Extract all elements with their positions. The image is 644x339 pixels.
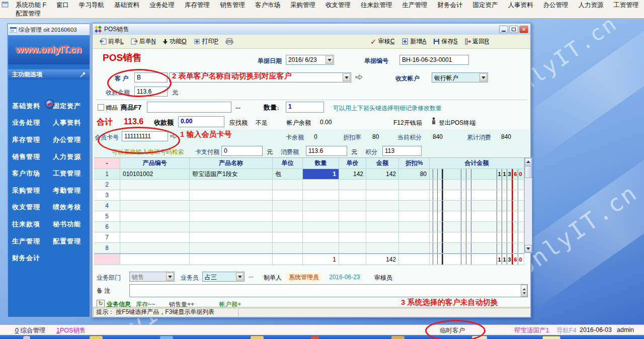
menu-item[interactable]: 财务会计 bbox=[433, 1, 467, 10]
chevron-down-icon[interactable] bbox=[326, 56, 333, 64]
sidebar-item[interactable]: 工资管理 bbox=[49, 165, 90, 182]
doc-no-input[interactable]: BH-16-06-23-0001 bbox=[399, 55, 469, 65]
chevron-down-icon[interactable] bbox=[479, 73, 487, 81]
menu-item[interactable]: 业务处理 bbox=[145, 1, 179, 10]
menu-item[interactable]: 销售管理 bbox=[215, 1, 250, 10]
taskbar-icon[interactable] bbox=[251, 336, 264, 339]
audit-button[interactable]: ✓ 审核C bbox=[370, 37, 394, 46]
sidebar-item[interactable]: 收支管理 bbox=[8, 199, 49, 216]
menu-item[interactable]: 收支管理 bbox=[321, 1, 355, 10]
col-qty[interactable]: 数量 bbox=[303, 158, 339, 169]
taskbar-icon[interactable] bbox=[391, 336, 405, 339]
menu-item[interactable]: 库存管理 bbox=[180, 1, 214, 10]
gift-checkbox[interactable] bbox=[98, 104, 104, 111]
menu-item[interactable]: 基础资料 bbox=[110, 1, 144, 10]
salesman-combo[interactable]: 占三 bbox=[202, 272, 245, 282]
note-input[interactable] bbox=[129, 284, 528, 297]
sidebar-item[interactable]: 秘书功能 bbox=[49, 216, 90, 233]
status-nav[interactable]: 导航F4 bbox=[556, 326, 577, 335]
sidebar-item[interactable]: 固定资产 bbox=[49, 98, 90, 115]
table-row[interactable]: 7 bbox=[94, 232, 524, 243]
note-spinner[interactable] bbox=[521, 285, 527, 297]
sidebar-item[interactable]: 办公管理 bbox=[49, 131, 90, 148]
col-discount[interactable]: 折扣% bbox=[399, 158, 430, 169]
menu-item[interactable]: 办公管理 bbox=[539, 1, 573, 10]
sidebar-item[interactable]: 客户市场 bbox=[8, 165, 49, 182]
table-row[interactable]: 4 bbox=[94, 201, 524, 211]
qty-input[interactable]: 1 bbox=[286, 102, 324, 113]
return-button[interactable]: 返回R bbox=[464, 37, 489, 46]
table-row[interactable]: 2 bbox=[94, 180, 524, 190]
cashbox-label[interactable]: F12开钱箱 bbox=[393, 119, 422, 127]
menu-item[interactable]: 学习导航 bbox=[74, 1, 109, 10]
restore-button[interactable] bbox=[509, 26, 518, 33]
pos-title-bar[interactable]: POS销售 × bbox=[93, 24, 530, 35]
col-total[interactable]: 合计金额 bbox=[430, 158, 524, 169]
status-product[interactable]: 帮宝适国产1 bbox=[514, 326, 549, 335]
table-row[interactable]: 1 010101002 帮宝适国产1段女 包 1 142 142 80 1136… bbox=[94, 169, 524, 180]
menu-item[interactable]: 固定资产 bbox=[468, 1, 503, 10]
table-row[interactable]: 3 bbox=[94, 190, 524, 201]
taskbar-icon[interactable] bbox=[90, 336, 103, 339]
menu-item[interactable]: 采购管理 bbox=[286, 1, 320, 10]
consume-input[interactable]: 113.6 bbox=[306, 146, 347, 156]
menu-item[interactable]: 人力资源 bbox=[574, 1, 608, 10]
minimize-button[interactable] bbox=[499, 26, 508, 33]
sidebar-item[interactable]: 财务会计 bbox=[8, 249, 49, 267]
chevron-down-icon[interactable] bbox=[236, 273, 244, 281]
menu-item[interactable]: 客户市场 bbox=[251, 1, 285, 10]
table-row[interactable]: 5 bbox=[94, 211, 524, 222]
menu-item[interactable]: 生产管理 bbox=[398, 1, 432, 10]
sidebar-item[interactable]: 配置管理 bbox=[49, 233, 90, 250]
table-scrollbar[interactable] bbox=[524, 157, 532, 253]
close-button[interactable]: × bbox=[519, 26, 528, 33]
salesman-browse-button[interactable]: ... bbox=[249, 272, 254, 279]
menu-item[interactable]: 窗口 bbox=[52, 1, 73, 10]
chevron-down-icon[interactable] bbox=[343, 73, 350, 81]
next-doc-button[interactable]: 后单N bbox=[131, 37, 156, 46]
sidebar-item[interactable]: 库存管理 bbox=[8, 131, 49, 148]
sidebar-item[interactable]: 采购管理 bbox=[8, 182, 49, 199]
menu-item[interactable]: 配置管理 bbox=[11, 9, 45, 19]
sidebar-item[interactable]: 往来款项 bbox=[8, 216, 49, 233]
table-row[interactable]: 8 bbox=[94, 243, 524, 253]
selected-cell[interactable]: 1 bbox=[303, 169, 339, 180]
account-combo[interactable]: 银行帐户 bbox=[432, 72, 488, 82]
taskbar-icon[interactable] bbox=[160, 336, 173, 339]
sidebar-item[interactable]: 考勤管理 bbox=[49, 182, 90, 199]
col-rownum[interactable]: - bbox=[94, 158, 120, 169]
taskbar-icon[interactable] bbox=[23, 336, 30, 339]
points2-input[interactable]: 113 bbox=[382, 146, 422, 156]
scroll-up-icon[interactable] bbox=[525, 158, 532, 165]
taskbar[interactable] bbox=[0, 335, 644, 339]
scroll-down-icon[interactable] bbox=[525, 245, 532, 252]
product-input[interactable] bbox=[147, 102, 231, 113]
sidebar-item[interactable]: 销售管理 bbox=[8, 148, 49, 165]
col-unit[interactable]: 单位 bbox=[273, 158, 303, 169]
sidebar-item[interactable]: 绩效考核 bbox=[49, 199, 90, 216]
save-button[interactable]: 保存S bbox=[433, 37, 457, 46]
scroll-thumb[interactable] bbox=[525, 166, 532, 178]
functions-button[interactable]: 功能O bbox=[163, 37, 186, 46]
menu-item[interactable]: 人事资料 bbox=[504, 1, 538, 10]
sidebar-item[interactable]: 基础资料 bbox=[8, 98, 49, 115]
logout-label[interactable]: 登出POS终端 bbox=[439, 119, 475, 127]
chevron-down-icon[interactable] bbox=[166, 273, 174, 281]
pointer-icon[interactable] bbox=[355, 74, 363, 80]
sidebar-item[interactable]: 生产管理 bbox=[8, 233, 49, 250]
received-input[interactable]: 0.00 bbox=[178, 116, 224, 127]
product-browse-button[interactable]: ... bbox=[235, 103, 240, 110]
sidebar-item[interactable]: 业务处理 bbox=[8, 115, 49, 132]
menu-item[interactable]: 往来款管理 bbox=[356, 1, 397, 10]
col-price[interactable]: 单价 bbox=[339, 158, 366, 169]
card-pay-input[interactable]: 0 bbox=[221, 146, 263, 156]
menu-item[interactable]: 工资管理 bbox=[609, 1, 643, 10]
taskbar-icon[interactable] bbox=[542, 336, 560, 339]
date-combo[interactable]: 2016/ 6/23 bbox=[286, 55, 334, 65]
status-tab-pos[interactable]: 1POS销售 bbox=[56, 326, 86, 335]
col-amount[interactable]: 金额 bbox=[366, 158, 399, 169]
dept-combo[interactable]: 销售 bbox=[129, 272, 175, 282]
sidebar-item[interactable]: 人事资料 bbox=[49, 115, 90, 132]
sidebar-banner[interactable]: www.onlyIT.cn bbox=[8, 35, 90, 64]
taskbar-icon[interactable] bbox=[311, 336, 319, 339]
